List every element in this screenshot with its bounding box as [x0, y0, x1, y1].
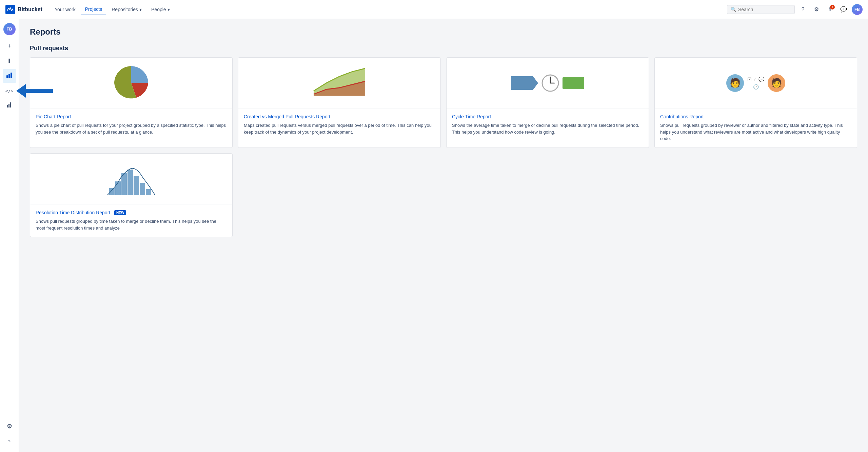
- cycle-time-report-desc: Shows the average time taken to merge or…: [452, 122, 643, 135]
- nav-repositories[interactable]: Repositories ▾: [107, 4, 146, 15]
- cycle-time-card-body: Cycle Time Report Shows the average time…: [447, 109, 649, 141]
- sidebar-item-bar-chart[interactable]: [3, 99, 16, 113]
- svg-rect-13: [109, 188, 115, 195]
- settings-button[interactable]: ⚙: [811, 4, 822, 15]
- expand-icon: »: [8, 439, 11, 444]
- sidebar-avatar[interactable]: FB: [3, 23, 16, 35]
- cycle-time-report-title[interactable]: Cycle Time Report: [452, 114, 643, 119]
- info-button[interactable]: ℹ 1: [825, 4, 835, 15]
- nav-people[interactable]: People ▾: [147, 4, 174, 15]
- created-vs-merged-report-desc: Maps created pull requests versus merged…: [244, 122, 435, 135]
- logo[interactable]: Bitbucket: [5, 5, 42, 14]
- cycle-time-illustration: [511, 74, 584, 93]
- sidebar-item-settings[interactable]: ⚙: [3, 419, 16, 433]
- pie-chart-image: [30, 58, 232, 109]
- icon-row-1: ☑ ⑃ 💬: [747, 77, 764, 82]
- user-avatar[interactable]: FB: [852, 4, 863, 15]
- resolution-time-report-desc: Shows pull requests grouped by time take…: [36, 218, 227, 231]
- bitbucket-logo-icon: [5, 5, 15, 14]
- cycle-time-image: [447, 58, 649, 109]
- contributions-card-body: Contributions Report Shows pull requests…: [655, 109, 857, 148]
- bar-chart-icon: [6, 102, 13, 110]
- svg-rect-1: [6, 75, 8, 78]
- reports-icon: [6, 72, 13, 80]
- nav-projects[interactable]: Projects: [81, 4, 106, 15]
- cycle-time-report-card[interactable]: Cycle Time Report Shows the average time…: [446, 57, 649, 148]
- contributions-report-card[interactable]: 🧑 ☑ ⑃ 💬 🕐 🧑: [654, 57, 857, 148]
- settings-icon: ⚙: [7, 422, 12, 430]
- top-nav-right: 🔍 ? ⚙ ℹ 1 💬 FB: [727, 4, 863, 15]
- pie-chart-report-desc: Shows a pie chart of pull requests for y…: [36, 122, 227, 135]
- chevron-down-icon: ▾: [167, 7, 170, 12]
- help-button[interactable]: ?: [797, 4, 808, 15]
- resolution-time-report-title[interactable]: Resolution Time Distribution Report NEW: [36, 210, 227, 216]
- contributions-image: 🧑 ☑ ⑃ 💬 🕐 🧑: [655, 58, 857, 109]
- app-name: Bitbucket: [18, 6, 42, 13]
- chevron-down-icon: ▾: [139, 7, 142, 12]
- svg-rect-16: [127, 170, 133, 195]
- icon-row-2: 🕐: [753, 84, 759, 90]
- resolution-time-card-body: Resolution Time Distribution Report NEW …: [30, 204, 232, 237]
- created-vs-merged-report-card[interactable]: Created vs Merged Pull Requests Report M…: [238, 57, 441, 148]
- code-icon: </>: [5, 89, 13, 94]
- resolution-time-image: [30, 154, 232, 204]
- arrow-indicator: [16, 84, 53, 98]
- svg-marker-9: [511, 76, 538, 90]
- sidebar-expand-button[interactable]: »: [3, 434, 16, 448]
- page-title: Reports: [30, 27, 857, 37]
- contributions-report-desc: Shows pull requests grouped by reviewer …: [660, 122, 851, 142]
- svg-rect-3: [11, 73, 12, 78]
- pie-chart-report-card[interactable]: Pie Chart Report Shows a pie chart of pu…: [30, 57, 233, 148]
- notification-badge: 1: [830, 5, 835, 9]
- resolution-time-report-card[interactable]: Resolution Time Distribution Report NEW …: [30, 153, 233, 237]
- created-vs-merged-card-body: Created vs Merged Pull Requests Report M…: [238, 109, 440, 141]
- svg-rect-2: [8, 74, 10, 78]
- clock-icon-small: 🕐: [753, 84, 759, 90]
- gear-icon: ⚙: [814, 6, 819, 13]
- svg-rect-0: [5, 5, 15, 14]
- arrow-head: [16, 84, 26, 98]
- search-icon: 🔍: [731, 7, 736, 12]
- download-icon: ⬇: [7, 57, 12, 65]
- avatar-right: 🧑: [768, 74, 785, 92]
- contributions-illustration: 🧑 ☑ ⑃ 💬 🕐 🧑: [726, 74, 785, 92]
- svg-rect-5: [8, 104, 9, 107]
- svg-rect-4: [7, 105, 8, 107]
- search-box[interactable]: 🔍: [727, 5, 795, 14]
- arrow-body: [26, 89, 53, 93]
- question-icon: ?: [802, 6, 805, 13]
- top-navigation: Bitbucket Your work Projects Repositorie…: [0, 0, 868, 19]
- plus-icon: +: [7, 43, 11, 50]
- reports-grid-bottom: Resolution Time Distribution Report NEW …: [30, 153, 857, 237]
- svg-rect-14: [115, 181, 121, 195]
- avatar-left: 🧑: [726, 74, 744, 92]
- new-badge: NEW: [114, 210, 126, 215]
- main-content: Reports Pull requests Pie Chart Report S…: [19, 19, 868, 452]
- contributions-report-title[interactable]: Contributions Report: [660, 114, 851, 119]
- search-input[interactable]: [738, 7, 791, 12]
- pie-chart-report-title[interactable]: Pie Chart Report: [36, 114, 227, 119]
- created-vs-merged-image: [238, 58, 440, 109]
- nav-links: Your work Projects Repositories ▾ People…: [51, 4, 727, 15]
- chat-icon: 💬: [840, 6, 847, 13]
- svg-rect-18: [140, 183, 145, 195]
- pull-requests-section-title: Pull requests: [30, 45, 857, 52]
- sidebar-item-download[interactable]: ⬇: [3, 54, 16, 68]
- checkbox-icon: ☑: [747, 77, 752, 82]
- svg-rect-17: [134, 176, 139, 195]
- sidebar-item-reports[interactable]: [3, 69, 16, 83]
- nav-your-work[interactable]: Your work: [51, 4, 80, 15]
- pie-chart-card-body: Pie Chart Report Shows a pie chart of pu…: [30, 109, 232, 141]
- created-vs-merged-report-title[interactable]: Created vs Merged Pull Requests Report: [244, 114, 435, 119]
- sidebar-item-create[interactable]: +: [3, 39, 16, 53]
- reports-grid-top: Pie Chart Report Shows a pie chart of pu…: [30, 57, 857, 148]
- branch-icon: ⑃: [754, 77, 756, 82]
- notifications-button[interactable]: 💬: [838, 4, 849, 15]
- svg-rect-6: [10, 102, 11, 107]
- sidebar-item-code[interactable]: </>: [3, 84, 16, 98]
- middle-icons: ☑ ⑃ 💬 🕐: [747, 77, 764, 90]
- svg-rect-19: [146, 189, 151, 195]
- comment-icon: 💬: [758, 77, 764, 82]
- green-box: [563, 77, 584, 89]
